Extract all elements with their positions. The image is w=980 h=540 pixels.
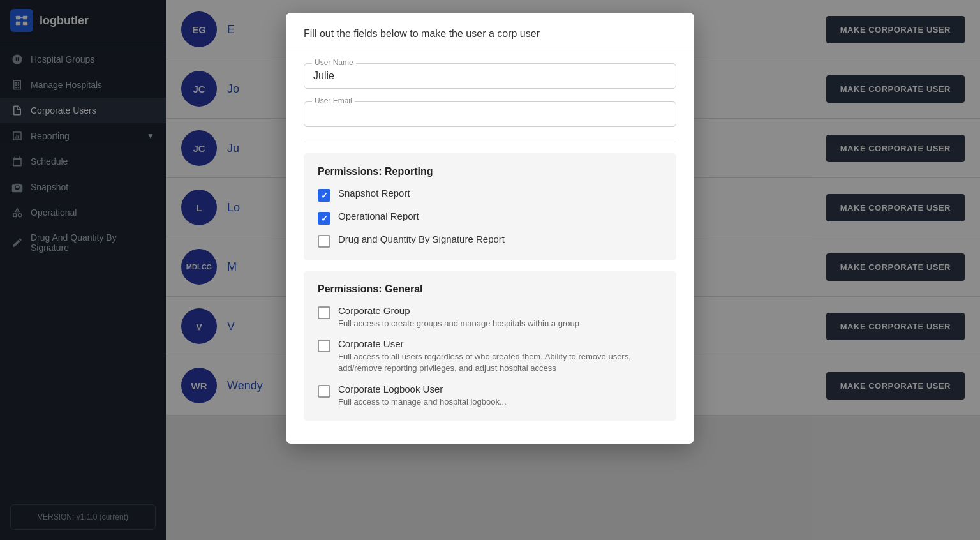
divider [304,140,676,140]
corporate-group-content: Corporate Group Full access to create gr… [338,305,579,329]
permissions-general-section: Permissions: General Corporate Group Ful… [304,271,676,421]
drug-quantity-report-checkbox[interactable] [318,235,330,248]
permission-item-corporate-logbook: Corporate Logbook User Full access to ma… [318,384,662,408]
permission-label: Operational Report [338,211,419,221]
corporate-user-checkbox[interactable] [318,340,330,352]
permission-item-snapshot: Snapshot Report [318,188,662,202]
corporate-group-checkbox[interactable] [318,306,330,319]
permissions-general-title: Permissions: General [318,283,662,295]
email-form-group: User Email [304,101,676,127]
permission-label: Drug and Quantity By Signature Report [338,234,505,244]
operational-report-checkbox[interactable] [318,212,330,225]
username-input[interactable] [313,70,667,82]
permission-item-corporate-user: Corporate User Full access to all users … [318,338,662,374]
modal-header-text: Fill out the fields below to make the us… [286,13,694,50]
permission-item-drug-quantity: Drug and Quantity By Signature Report [318,234,662,248]
modal: Fill out the fields below to make the us… [286,13,694,444]
email-input-wrapper: User Email [304,101,676,127]
permissions-reporting-title: Permissions: Reporting [318,166,662,177]
email-input[interactable] [313,109,667,120]
snapshot-report-checkbox[interactable] [318,189,330,202]
modal-body: User Name User Email Permissions: Report… [286,50,694,444]
corporate-logbook-checkbox[interactable] [318,385,330,398]
username-input-wrapper: User Name [304,63,676,89]
username-form-group: User Name [304,63,676,89]
email-label: User Email [312,96,355,105]
modal-overlay[interactable]: Fill out the fields below to make the us… [0,0,980,540]
permission-item-corporate-group: Corporate Group Full access to create gr… [318,305,662,329]
corporate-logbook-content: Corporate Logbook User Full access to ma… [338,384,507,408]
permission-item-operational: Operational Report [318,211,662,225]
permission-label: Snapshot Report [338,188,410,199]
permissions-reporting-section: Permissions: Reporting Snapshot Report O… [304,153,676,260]
corporate-user-content: Corporate User Full access to all users … [338,338,662,374]
username-label: User Name [312,58,356,67]
